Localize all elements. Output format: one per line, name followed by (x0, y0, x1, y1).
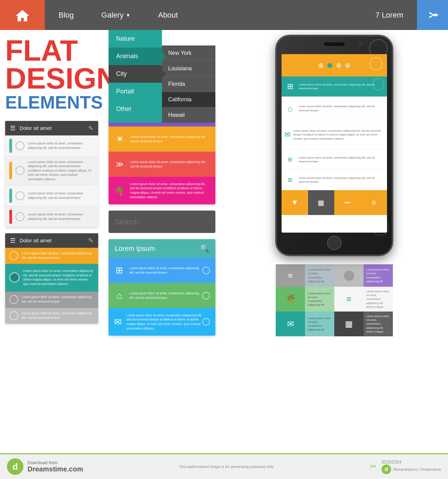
sun-icon: ☀ (114, 131, 125, 147)
right-panel: ⊞ Lorem ipsum dolor sit amet, consectetu… (221, 30, 448, 453)
grid-icon: ⊞ (114, 263, 124, 278)
phone-dot (345, 63, 350, 68)
phone-bottom-orange1: ▼ (282, 190, 308, 215)
left-panel: FLAT DESIGN ELEMENTS ☰ Dolor sit amet ✎ … (0, 30, 103, 453)
phone-dot (318, 63, 323, 68)
grid-cell-purple-text: Lorem ipsum dolor sit amet, consectetur … (364, 264, 393, 287)
dropdown-city[interactable]: City (109, 65, 162, 83)
grid-cell-dark-film: ▦ (334, 312, 364, 336)
nav-blog-item[interactable]: Blog (45, 0, 88, 30)
dropdown-nature[interactable]: Nature (109, 30, 162, 48)
grid-cell-gray-circle (334, 264, 364, 287)
phone-home-button[interactable] (327, 236, 342, 250)
grid-cell-dark-text: Lorem ipsum dolor sit amet, consectetur … (364, 312, 393, 336)
grid-cell-teal-text2: Lorem ipsum dolor sit amet, consectetur … (305, 312, 334, 336)
grid-cell-teal-mail: ✉ (276, 312, 305, 336)
title-design: DESIGN (5, 65, 98, 93)
phone-bottom-orange2: ••• (334, 190, 361, 215)
phone-container: ⊞ Lorem ipsum dolor sit amet, consectetu… (276, 35, 393, 256)
phone-dot-active (327, 63, 332, 68)
dropdown-hawaii[interactable]: Hawaii (162, 108, 215, 123)
phone-list-item-4: ≡ Lorem ipsum dolor sit amet, consectetu… (282, 170, 387, 190)
card-row-orange: ☀ Lorem ipsum dolor sit amet, consectetu… (109, 126, 215, 152)
nav-spacer (192, 0, 362, 30)
galery-dropdown-menu: Nature Animals City Portait Other New Yo… (109, 30, 215, 123)
dreamstime-logo: d Download from Dreamstime.com (7, 458, 83, 475)
grid-cell-green-text: Lorem ipsum dolor sit amet,consectetur a… (305, 287, 334, 312)
phone-camera (358, 41, 363, 45)
search-bar: 🔍 (109, 211, 215, 233)
phone-list-item-3: ≡ Lorem ipsum dolor sit amet, consectetu… (282, 150, 387, 170)
nav-galery-item[interactable]: Galery ▼ (88, 0, 144, 30)
edit-icon-2: ✎ (88, 237, 93, 244)
list-item: Lorem ipsum dolor sit amet, consectetur … (5, 135, 98, 156)
card2-row-blue2: ✉ Lorem ipsum dolor sit amet, consectetu… (109, 308, 215, 336)
navbar: Blog Galery ▼ About 7 Lorem (0, 0, 448, 30)
nav-home-button[interactable] (0, 0, 45, 30)
phone-list-item-2: ✉ Lorem ipsum dolor sit amet, consectetu… (282, 120, 387, 150)
lines-icon-phone: ≡ (284, 153, 296, 166)
card2-row-blue: ⊞ Lorem ipsum dolor sit amet, consectetu… (109, 258, 215, 283)
menu-icon: ☰ (10, 124, 16, 132)
dropdown-other[interactable]: Other (109, 100, 162, 118)
bottom-grid: ≡ Lorem ipsum dolor sit amet,consectetur… (276, 264, 393, 336)
dropdown-portait[interactable]: Portait (109, 83, 162, 100)
menu-icon-2: ☰ (10, 237, 16, 244)
phone-bottom-orange3: ≡ (361, 190, 387, 215)
dreamstime-circle-right: d Alexandrpeers | Dreamstime (381, 465, 441, 474)
dropdown-florida[interactable]: Florida (162, 77, 215, 92)
list-item: Lorem ipsum dolor sit amet, consectetur … (5, 156, 98, 185)
card-row-red: ≫ Lorem ipsum dolor sit amet, consectetu… (109, 152, 215, 177)
list-item: Lorem ipsum dolor sit amet, consectetur … (5, 185, 98, 206)
search-icon-2: 🔍 (200, 244, 209, 253)
phone-dot (336, 63, 341, 68)
phone-speaker (324, 42, 345, 46)
watermark-author: Alexandrpeers | Dreamstime (393, 467, 441, 471)
svg-marker-1 (429, 12, 434, 18)
phone-bottom-bar: ▼ ▦ ••• ≡ (282, 190, 387, 215)
nav-arrow-button[interactable] (417, 0, 448, 30)
watermark-sub: This watermarked image is for previewing… (83, 465, 370, 469)
house-icon-phone: ⌂ (284, 102, 296, 115)
nav-7lorem-item[interactable]: 7 Lorem (362, 0, 417, 30)
grid-cell-teal-text: Lorem ipsum dolor sit amet,consectetur a… (305, 264, 334, 287)
card2-row-green: ⌂ Lorem ipsum dolor sit amet, consectetu… (109, 283, 215, 308)
dreamstime-tagline: Download from (28, 460, 83, 465)
dropdown-col1: Nature Animals City Portait Other (109, 30, 162, 123)
list-widget-1-header: ☰ Dolor sit amet ✎ (5, 121, 98, 135)
dreamstime-brand: Dreamstime.com (28, 465, 83, 473)
scissors-icon: ✂ (370, 462, 376, 471)
svg-rect-2 (434, 14, 438, 16)
house-icon: ⌂ (114, 288, 124, 303)
tree-icon: 🌴 (114, 183, 125, 198)
flat-design-title: FLAT DESIGN ELEMENTS (5, 37, 98, 112)
grid-cell-gray-menu: ≡ (276, 264, 305, 287)
list-widget-2-header: ☰ Dolor sit amet ✎ (5, 233, 98, 248)
search-input[interactable] (109, 217, 215, 226)
title-elements: ELEMENTS (5, 93, 98, 112)
phone-body: ⊞ Lorem ipsum dolor sit amet, consectetu… (276, 35, 393, 256)
home-icon (15, 8, 30, 22)
watermark-bar: d Download from Dreamstime.com This wate… (0, 453, 448, 479)
card-2-header: Lorem Ipsum 🔍 (109, 239, 215, 258)
dropdown-louisiana[interactable]: Louisiana (162, 61, 215, 77)
lines-icon-phone-2: ≡ (284, 173, 296, 186)
mail-icon-phone: ✉ (284, 128, 291, 141)
phone-bottom-dark: ▦ (308, 190, 335, 215)
card-row-magenta: 🌴 Lorem ipsum dolor sit amet, consectetu… (109, 177, 215, 204)
dreamstime-circle-icon: d (7, 458, 23, 475)
dropdown-california[interactable]: California (162, 92, 215, 108)
edit-icon: ✎ (88, 124, 93, 132)
colored-list-item-gray1: Lorem ipsum dolor sit amet, consectetur … (5, 292, 98, 308)
phone-screen: ⊞ Lorem ipsum dolor sit amet, consectetu… (282, 54, 387, 233)
colored-list-item-teal: Lorem ipsum dolor sit amet, consectetur … (5, 264, 98, 292)
svg-marker-0 (16, 10, 29, 21)
dropdown-animals[interactable]: Animals (109, 48, 162, 65)
check-icon: ≫ (114, 156, 125, 172)
list-widget-2: ☰ Dolor sit amet ✎ Lorem ipsum dolor sit… (5, 233, 98, 324)
colored-list-item-orange: Lorem ipsum dolor sit amet, consectetur … (5, 248, 98, 264)
mail-icon: ✉ (114, 314, 122, 330)
watermark-id: 32262324 (381, 459, 441, 465)
nav-about-item[interactable]: About (144, 0, 192, 30)
dropdown-newyork[interactable]: New York (162, 45, 215, 61)
